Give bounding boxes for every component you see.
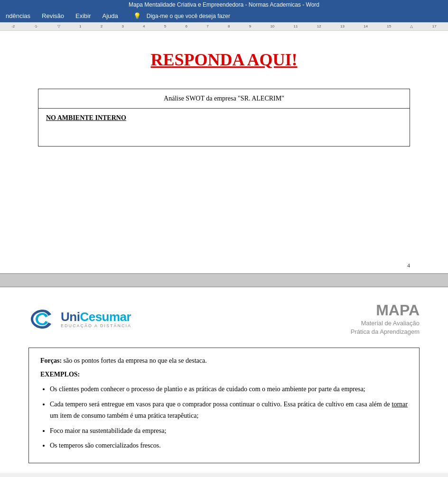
page-number-value: 4 [407, 262, 410, 269]
exemplos-list: Os clientes podem conhecer o processo de… [40, 384, 408, 451]
forcas-text: são os pontos fortes da empresa no que e… [62, 357, 207, 364]
logo-text-block: UniCesumar EDUCAÇÃO A DISTÂNCIA [61, 310, 131, 328]
list-item: Foco maior na sustentabilidade da empres… [50, 425, 408, 437]
ruler-content: -2 ·1· ▽ 1 2 3 4 5 6 7 8 9 10 11 12 13 1… [2, 24, 446, 28]
title-bar: Mapa Mentalidade Criativa e Empreendedor… [0, 0, 448, 9]
uni-name: UniCesumar [61, 310, 131, 324]
title-bar-text: Mapa Mentalidade Criativa e Empreendedor… [129, 1, 319, 8]
menu-bar: ndências Revisão Exibir Ajuda 💡 Diga-me … [0, 9, 448, 22]
swot-table-title: Análise SWOT da empresa "SR. ALECRIM" [38, 89, 410, 109]
menu-item-ajuda[interactable]: Ajuda [101, 11, 120, 20]
uni-subtitle: EDUCAÇÃO A DISTÂNCIA [61, 323, 131, 328]
uni-prefix: Uni [61, 310, 80, 324]
forcas-label: Forças: [40, 357, 62, 364]
list-item: Os clientes podem conhecer o processo de… [50, 384, 408, 395]
search-label[interactable]: Diga-me o que você deseja fazer [145, 12, 232, 20]
forcas-line: Forças: são os pontos fortes da empresa … [40, 356, 408, 366]
mapa-subtitle2: Prática da Aprendizagem [351, 328, 420, 336]
bullet-text-3: Foco maior na sustentabilidade da empres… [50, 427, 166, 434]
unicesumar-logo-svg [28, 307, 57, 331]
page1-content: RESPONDA AQUI! Análise SWOT da empresa "… [0, 31, 448, 258]
uni-cesumar: Cesumar [80, 310, 131, 324]
respond-heading[interactable]: RESPONDA AQUI! [38, 50, 410, 70]
page2-content: UniCesumar EDUCAÇÃO A DISTÂNCIA MAPA Mat… [0, 287, 448, 473]
mapa-title: MAPA [351, 302, 420, 319]
mapa-subtitle1: Material de Avaliação [351, 319, 420, 328]
bullet-text-4: Os temperos são comercializados frescos. [50, 442, 161, 449]
page-break [0, 273, 448, 287]
list-item: Os temperos são comercializados frescos. [50, 440, 408, 451]
search-area: 💡 Diga-me o que você deseja fazer [131, 11, 232, 20]
ruler: -2 ·1· ▽ 1 2 3 4 5 6 7 8 9 10 11 12 13 1… [0, 22, 448, 31]
bullet-text-2: Cada tempero será entregue em vasos para… [50, 401, 408, 419]
page-number: 4 [0, 258, 448, 273]
swot-table: Análise SWOT da empresa "SR. ALECRIM" NO… [38, 89, 410, 147]
exemplos-label: EXEMPLOS: [40, 369, 408, 380]
swot-interno-label[interactable]: NO AMBIENTE INTERNO [38, 109, 410, 147]
list-item: Cada tempero será entregue em vasos para… [50, 399, 408, 422]
mapa-block: MAPA Material de Avaliação Prática da Ap… [351, 302, 420, 336]
logo-block: UniCesumar EDUCAÇÃO A DISTÂNCIA [28, 307, 131, 331]
menu-item-exibir[interactable]: Exibir [74, 11, 93, 20]
menu-item-revisao[interactable]: Revisão [40, 11, 66, 20]
university-header: UniCesumar EDUCAÇÃO A DISTÂNCIA MAPA Mat… [28, 302, 420, 336]
lightbulb-icon: 💡 [131, 11, 143, 20]
tornar-word: tornar [392, 401, 408, 408]
menu-item-correspondencias[interactable]: ndências [4, 11, 32, 20]
bullet-text-1: Os clientes podem conhecer o processo de… [50, 385, 365, 393]
content-box[interactable]: Forças: são os pontos fortes da empresa … [28, 348, 420, 463]
